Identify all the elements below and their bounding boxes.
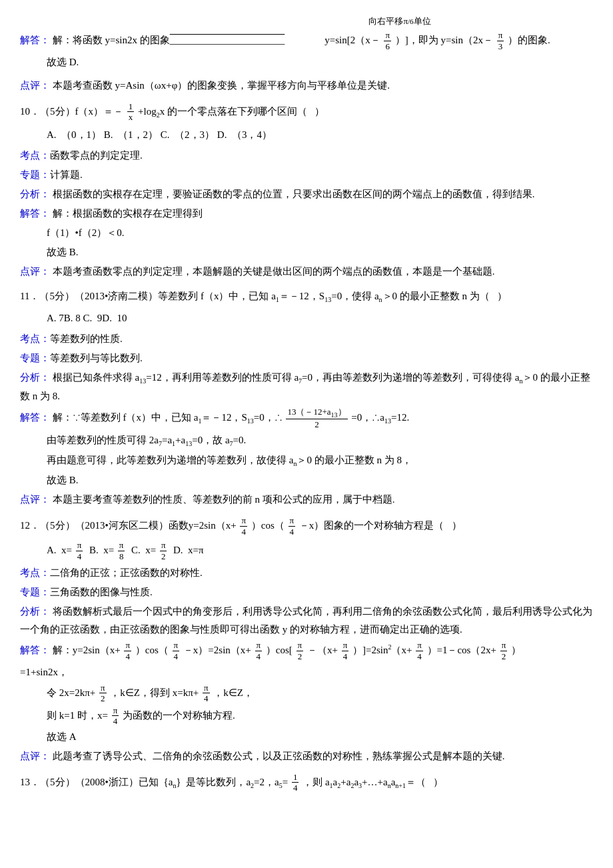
- answer-label: 解答：: [20, 35, 50, 45]
- comment9-text: 点评： 本题考查函数 y=Asin（ωx+φ）的图象变换，掌握平移方向与平移单位…: [20, 77, 593, 95]
- answer9-text: 解答： 解：将函数 y=sin2x 的图象___________________…: [20, 30, 593, 51]
- answer10-line1: f（1）•f（2）＜0.: [47, 224, 593, 242]
- problem10-comment: 点评： 本题考查函数零点的判定定理，本题解题的关键是做出区间的两个端点的函数值，…: [20, 263, 593, 281]
- answer-label3: 解答：: [20, 412, 50, 423]
- problem-9-answer-section: 向右平移π/6单位 解答： 解：将函数 y=sin2x 的图象_________…: [20, 13, 593, 71]
- fraction-pi3: π 3: [497, 30, 504, 51]
- answer11-line3: 再由题意可得，此等差数列为递增的等差数列，故使得 an＞0 的最小正整数 n 为…: [47, 451, 593, 470]
- frac-p4-4: π 4: [342, 640, 349, 661]
- key-label2: 考点：: [20, 333, 50, 344]
- problem10-answer: 解答： 解：根据函数的实根存在定理得到 f（1）•f（2）＜0. 故选 B.: [20, 205, 593, 261]
- frac-p4-6: π 4: [203, 683, 210, 704]
- problem13-header: 13．（5分）（2008•浙江）已知｛an｝是等比数列，a2=2，a5= 1 4…: [20, 772, 593, 793]
- topic-label2: 专题：: [20, 353, 50, 363]
- problem11-section: 11．（5分）（2013•济南二模）等差数列 f（x）中，已知 a1＝－12，S…: [20, 287, 593, 509]
- answer10-conclusion: 故选 B.: [47, 243, 593, 261]
- frac-p2-2: π 2: [500, 640, 508, 661]
- topic-label: 专题：: [20, 169, 50, 180]
- answer-label4: 解答：: [20, 645, 50, 655]
- problem11-topic: 专题：等差数列与等比数列.: [20, 349, 593, 367]
- problem11-choices: A. 7B. 8 C. 9D. 10: [47, 309, 593, 327]
- answer12-line4: 则 k=1 时，x= π 4 为函数的一个对称轴方程.: [47, 705, 593, 727]
- answer12-line2: =1+sin2x，: [20, 663, 593, 681]
- answer11-conclusion: 故选 B.: [47, 471, 593, 489]
- shift-annotation: 向右平移π/6单位: [20, 13, 593, 29]
- answer12-conclusion: 故选 A: [47, 728, 593, 746]
- problem10-choices: A. （0，1） B. （1，2） C. （2，3） D. （3，4）: [47, 126, 593, 144]
- problem12-answer-block: 解答： 解：y=2sin（x+ π 4 ）cos（ π 4 －x）=2sin（x…: [20, 640, 593, 746]
- problem10-key: 考点：函数零点的判定定理.: [20, 147, 593, 165]
- analysis-label2: 分析：: [20, 372, 50, 383]
- answer-label2: 解答：: [20, 208, 50, 219]
- comment-label2: 点评：: [20, 266, 50, 277]
- topic-label3: 专题：: [20, 587, 50, 597]
- problem12-choices: A. x= π 4 B. x= π 8 C. x= π 2 D. x=π: [47, 540, 593, 561]
- fraction-pi8: π 8: [118, 540, 125, 561]
- frac-p2-1: π 2: [297, 640, 304, 661]
- problem12-topic: 专题：三角函数的图像与性质.: [20, 583, 593, 601]
- key-label3: 考点：: [20, 567, 50, 578]
- fraction-pi6: π 6: [384, 30, 391, 51]
- problem12-comment: 点评： 此题考查了诱导公式、二倍角的余弦函数公式，以及正弦函数的对称性，熟练掌握…: [20, 747, 593, 765]
- problem13-section: 13．（5分）（2008•浙江）已知｛an｝是等比数列，a2=2，a5= 1 4…: [20, 772, 593, 793]
- frac-p2-3: π 2: [99, 683, 107, 704]
- problem11-header: 11．（5分）（2013•济南二模）等差数列 f（x）中，已知 a1＝－12，S…: [20, 287, 593, 306]
- analysis-label: 分析：: [20, 189, 50, 199]
- problem12-key: 考点：二倍角的正弦；正弦函数的对称性.: [20, 564, 593, 582]
- key-label: 考点：: [20, 150, 50, 161]
- problem10-section: 10．（5分）f（x）＝－ 1 x +log2x 的一个零点落在下列哪个区间（ …: [20, 101, 593, 281]
- frac-1-4: 1 4: [292, 772, 299, 793]
- comment-label: 点评：: [20, 80, 50, 91]
- answer11-line2: 由等差数列的性质可得 2a7=a1+a13=0，故 a7=0.: [47, 431, 593, 450]
- analysis-label3: 分析：: [20, 606, 50, 617]
- problem12-header: 12．（5分）（2013•河东区二模）函数y=2sin（x+ π 4 ）cos（…: [20, 515, 593, 537]
- problem11-key: 考点：等差数列的性质.: [20, 330, 593, 348]
- answer12-line3: 令 2x=2kπ+ π 2 ，k∈Z，得到 x=kπ+ π 4 ，k∈Z，: [47, 683, 593, 704]
- fraction-pi4c: π 4: [76, 540, 83, 561]
- fraction-pi4b: π 4: [289, 515, 296, 537]
- fraction-1x: 1 x: [127, 101, 135, 123]
- fraction-13formula: 13（－12+a13） 2: [286, 407, 347, 430]
- frac-p4-1: π 4: [124, 640, 131, 661]
- frac-p4-2: π 4: [173, 640, 180, 661]
- fraction-pi2: π 2: [160, 540, 167, 561]
- frac-p4-5: π 4: [416, 640, 423, 661]
- fraction-pi4a: π 4: [240, 515, 247, 537]
- comment9-section: 点评： 本题考查函数 y=Asin（ωx+φ）的图象变换，掌握平移方向与平移单位…: [20, 77, 593, 95]
- problem10-topic: 专题：计算题.: [20, 166, 593, 184]
- comment-label4: 点评：: [20, 751, 50, 761]
- frac-p4-7: π 4: [112, 705, 119, 727]
- answer9-conclusion: 故选 D.: [47, 53, 593, 71]
- comment-label3: 点评：: [20, 494, 50, 505]
- problem12-section: 12．（5分）（2013•河东区二模）函数y=2sin（x+ π 4 ）cos（…: [20, 515, 593, 765]
- problem11-analysis: 分析： 根据已知条件求得 a13=12，再利用等差数列的性质可得 a7=0，再由…: [20, 369, 593, 405]
- problem10-header: 10．（5分）f（x）＝－ 1 x +log2x 的一个零点落在下列哪个区间（ …: [20, 101, 593, 123]
- frac-p4-3: π 4: [255, 640, 263, 661]
- problem10-analysis: 分析： 根据函数的实根存在定理，要验证函数的零点的位置，只要求出函数在区间的两个…: [20, 185, 593, 203]
- problem11-comment: 点评： 本题主要考查等差数列的性质、等差数列的前 n 项和公式的应用，属于中档题…: [20, 491, 593, 509]
- problem11-answer-block: 解答： 解：∵等差数列 f（x）中，已知 a1＝－12，S13=0，∴ 13（－…: [20, 407, 593, 489]
- problem12-analysis: 分析： 将函数解析式最后一个因式中的角变形后，利用诱导公式化简，再利用二倍角的余…: [20, 603, 593, 639]
